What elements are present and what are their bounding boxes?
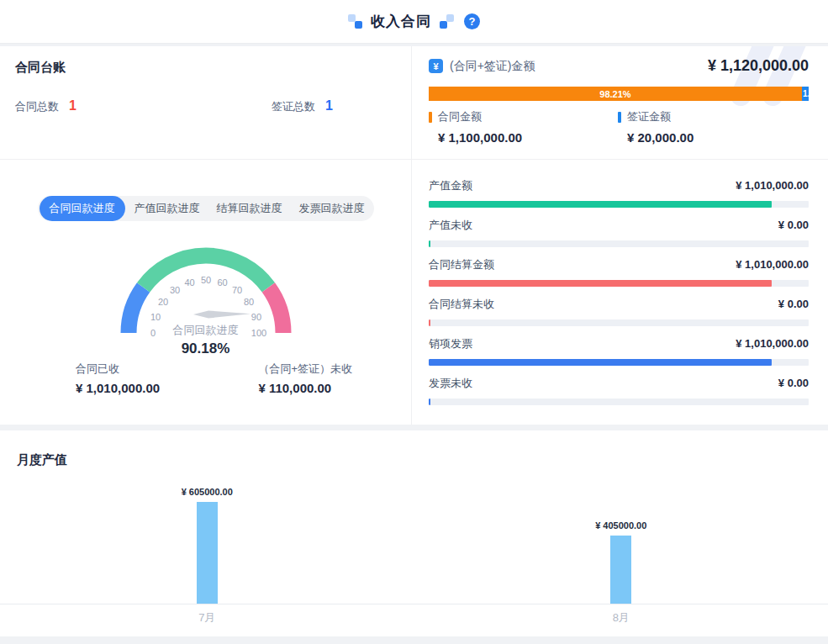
help-icon[interactable]: ? [464,13,480,29]
metric-row: 发票未收¥ 0.00 [429,376,809,405]
metric-track [429,201,809,208]
x-axis-label: 7月 [0,610,414,626]
metric-row: 合同结算金额¥ 1,010,000.00 [429,257,809,287]
tab-产值回款进度[interactable]: 产值回款进度 [127,196,208,221]
bar-category: ¥ 405000.00 [414,470,828,604]
legend-item: 签证金额¥ 20,000.00 [618,109,807,145]
metric-value: ¥ 0.00 [778,377,809,389]
metric-row: 合同结算未收¥ 0.00 [429,297,809,326]
metric-fill [429,201,772,208]
monthly-axis-labels: 7月8月 [0,604,828,626]
monthly-bar-chart: ¥ 605000.00¥ 405000.00 [0,470,828,604]
gauge-tick-label: 40 [184,277,194,288]
metric-row: 产值未收¥ 0.00 [429,218,809,247]
x-axis-label: 8月 [414,610,828,626]
gauge-tick-label: 50 [200,275,210,285]
metric-value: ¥ 0.00 [778,219,809,231]
gauge-stat-label: 合同已收 [76,362,160,377]
metric-value: ¥ 1,010,000.00 [736,337,809,350]
gauge-stat-label: （合同+签证）未收 [258,362,352,377]
progress-tab-bar: 合同回款进度产值回款进度结算回款进度发票回款进度 [38,196,374,221]
metric-fill [429,319,430,326]
gauge-needle-icon [193,311,251,319]
app-header: 收入合同 ? [0,0,828,44]
gauge-tick-label: 90 [251,312,261,322]
gauge-tick-label: 10 [150,312,160,322]
gauge-stat: （合同+签证）未收¥ 110,000.00 [258,362,352,395]
gauge-tick-label: 70 [231,285,241,295]
gauge-tick-label: 30 [169,285,179,295]
bar-category: ¥ 605000.00 [0,470,414,604]
metric-track [429,319,809,326]
metric-label: 销项发票 [429,336,472,351]
gauge-stat: 合同已收¥ 1,010,000.00 [76,362,160,395]
tab-发票回款进度[interactable]: 发票回款进度 [292,196,372,221]
tab-合同回款进度[interactable]: 合同回款进度 [40,196,125,221]
metric-label: 产值金额 [429,178,472,193]
metric-fill [429,399,430,405]
metric-fill [429,240,430,247]
visa-amount-segment: 1. [802,87,809,101]
bar [197,502,218,604]
contract-ledger-card: 合同台账 合同总数1签证总数1 [0,46,412,160]
metric-row: 产值金额¥ 1,010,000.00 [429,178,809,208]
amount-legend: 合同金额¥ 1,100,000.00签证金额¥ 20,000.00 [429,109,809,145]
metric-label: 产值未收 [429,218,472,233]
legend-value: ¥ 1,100,000.00 [429,130,618,145]
amount-split-bar: 98.21% 1. [429,87,809,101]
legend-value: ¥ 20,000.00 [618,130,807,145]
gauge-value: 90.18% [101,340,311,357]
stat-label: 签证总数 [272,99,315,114]
amount-card: ¥ (合同+签证)金额 ¥ 1,120,000.00 98.21% 1. 合同金… [412,46,828,160]
tab-结算回款进度[interactable]: 结算回款进度 [209,196,290,221]
payback-progress-card: 合同回款进度产值回款进度结算回款进度发票回款进度 010203040506070… [0,160,412,425]
bar-value-label: ¥ 605000.00 [182,487,233,497]
summary-panel: 合同台账 合同总数1签证总数1 ¥ (合同+签证)金额 ¥ 1,120,000.… [0,46,828,425]
amount-total: ¥ 1,120,000.00 [708,57,809,75]
gauge-chart: 0102030405060708090100 [101,230,311,358]
gauge-stats: 合同已收¥ 1,010,000.00（合同+签证）未收¥ 110,000.00 [0,358,411,395]
metric-track [429,359,809,366]
metric-value: ¥ 0.00 [778,298,809,310]
stat-value: 1 [69,98,76,113]
ledger-stat: 合同总数1 [15,98,76,114]
legend-item: 合同金额¥ 1,100,000.00 [429,109,618,145]
metric-bars-card: 产值金额¥ 1,010,000.00产值未收¥ 0.00合同结算金额¥ 1,01… [412,160,828,425]
ledger-title: 合同台账 [15,60,396,76]
stat-value: 1 [325,98,333,113]
metric-track [429,399,809,405]
metric-track [429,280,809,287]
payback-gauge: 0102030405060708090100 合同回款进度 90.18% [101,230,311,358]
stat-label: 合同总数 [15,99,59,114]
amount-clipboard-icon: ¥ [429,59,443,73]
metric-label: 发票未收 [429,376,472,391]
metric-fill [429,359,772,366]
gauge-stat-value: ¥ 1,010,000.00 [76,381,160,395]
gauge-stat-value: ¥ 110,000.00 [258,381,352,395]
metric-fill [429,280,772,287]
legend-mark-icon [429,112,432,123]
amount-label: (合同+签证)金额 [450,59,535,74]
monthly-chart-title: 月度产值 [0,452,828,468]
metric-label: 合同结算金额 [429,257,494,272]
gauge-tick-label: 60 [217,277,227,288]
page-title: 收入合同 [371,12,431,31]
metric-label: 合同结算未收 [429,297,494,312]
contract-amount-segment: 98.21% [429,87,802,101]
legend-label: 签证金额 [627,109,671,124]
metric-value: ¥ 1,010,000.00 [736,258,809,271]
ledger-stat: 签证总数1 [272,98,333,114]
metric-track [429,240,809,247]
title-decoration-left-icon [348,14,362,29]
bar [610,536,631,604]
gauge-title: 合同回款进度 [101,323,311,338]
ledger-stats: 合同总数1签证总数1 [15,76,396,114]
gauge-tick-label: 80 [243,297,253,307]
metric-row: 销项发票¥ 1,010,000.00 [429,336,809,366]
metric-value: ¥ 1,010,000.00 [736,179,809,192]
gauge-tick-label: 20 [157,297,167,307]
legend-mark-icon [618,112,621,123]
legend-label: 合同金额 [438,109,482,124]
monthly-output-panel: 月度产值 ¥ 605000.00¥ 405000.00 7月8月 [0,430,828,636]
title-decoration-right-icon [440,14,454,29]
